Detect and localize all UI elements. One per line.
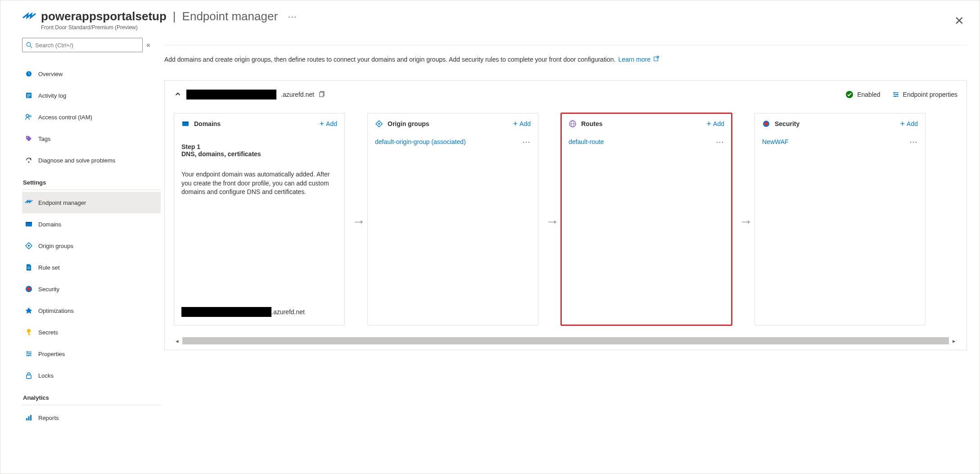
svg-point-40 (896, 94, 898, 95)
sidebar-item-overview[interactable]: Overview (22, 63, 161, 85)
endpoint-properties-button[interactable]: Endpoint properties (892, 91, 957, 98)
svg-point-6 (26, 114, 29, 117)
security-policy-link[interactable]: NewWAF (762, 138, 789, 145)
domains-icon (25, 220, 33, 228)
sidebar-item-domains[interactable]: Domains (22, 213, 161, 235)
card-title: Domains (194, 120, 221, 127)
search-field[interactable] (35, 42, 139, 49)
origin-group-link[interactable]: default-origin-group (associated) (375, 138, 466, 145)
scroll-left-button[interactable]: ◂ (174, 338, 181, 344)
sidebar-item-label: Optimizations (38, 307, 74, 314)
secrets-icon (25, 328, 33, 336)
svg-line-1 (30, 46, 32, 48)
sidebar-item-label: Domains (38, 221, 61, 228)
blade-root: powerappsportalsetup | Endpoint manager … (0, 0, 980, 474)
optimizations-icon (25, 307, 33, 315)
sidebar-item-label: Secrets (38, 329, 58, 336)
svg-point-26 (30, 353, 31, 355)
endpoint-suffix: .azurefd.net (281, 91, 314, 98)
svg-rect-34 (320, 92, 323, 97)
sidebar-item-tags[interactable]: Tags (22, 128, 161, 149)
learn-more-link[interactable]: Learn more (618, 56, 650, 63)
card-title: Security (775, 120, 799, 127)
svg-point-9 (28, 162, 30, 163)
sidebar-item-secrets[interactable]: Secrets (22, 321, 161, 343)
iam-icon (25, 113, 33, 121)
sidebar-item-rule-set[interactable]: Rule set (22, 257, 161, 278)
activity-log-icon (25, 91, 33, 99)
sidebar-item-label: Security (38, 286, 59, 293)
sidebar-item-activity-log[interactable]: Activity log (22, 85, 161, 106)
security-icon (25, 285, 33, 293)
svg-rect-3 (27, 94, 31, 95)
locks-icon (25, 371, 33, 379)
sidebar-item-iam[interactable]: Access control (IAM) (22, 106, 161, 128)
sidebar-item-label: Reports (38, 415, 59, 421)
copy-icon[interactable] (319, 90, 326, 99)
reports-icon (25, 414, 33, 422)
scrollbar-track[interactable] (182, 337, 949, 344)
endpoint-canvas: .azurefd.net Enabled Endpoint properties (164, 80, 967, 350)
add-route-button[interactable]: +Add (707, 120, 724, 128)
endpoint-header-row: .azurefd.net Enabled Endpoint properties (174, 90, 957, 99)
sidebar-item-security[interactable]: Security (22, 278, 161, 300)
sidebar-item-optimizations[interactable]: Optimizations (22, 300, 161, 321)
sidebar-item-properties[interactable]: Properties (22, 343, 161, 365)
svg-rect-15 (27, 267, 30, 267)
step-subtitle: DNS, domains, certificates (181, 150, 337, 158)
sidebar-item-label: Diagnose and solve problems (38, 157, 115, 164)
close-blade-button[interactable]: ✕ (954, 15, 964, 27)
svg-point-8 (27, 137, 28, 138)
divider (164, 45, 967, 45)
origin-group-row: default-origin-group (associated) ⋯ (368, 134, 538, 149)
security-card: Security +Add NewWAF ⋯ (754, 113, 926, 325)
domain-suffix: .azurefd.net (271, 308, 305, 316)
header: powerappsportalsetup | Endpoint manager … (0, 0, 980, 35)
arrow-icon: → (546, 214, 559, 229)
security-icon (762, 120, 770, 128)
row-more-button[interactable]: ⋯ (909, 137, 918, 147)
rule-set-icon (25, 263, 33, 271)
svg-point-45 (378, 123, 380, 125)
sidebar-item-origin-groups[interactable]: Origin groups (22, 235, 161, 257)
route-link[interactable]: default-route (569, 138, 604, 145)
sidebar-item-label: Rule set (38, 264, 60, 271)
sidebar-item-endpoint-manager[interactable]: Endpoint manager (22, 192, 161, 213)
expand-toggle[interactable] (174, 90, 182, 99)
enabled-status: Enabled (845, 90, 880, 99)
search-icon (26, 42, 32, 48)
collapse-sidebar-button[interactable]: « (146, 41, 150, 49)
svg-rect-21 (28, 334, 30, 335)
route-row: default-route ⋯ (561, 134, 732, 149)
add-domain-button[interactable]: +Add (320, 120, 337, 128)
svg-rect-16 (27, 268, 30, 269)
svg-rect-4 (27, 95, 31, 96)
scroll-right-button[interactable]: ▸ (951, 338, 957, 344)
domain-footer: .azurefd.net (181, 307, 305, 317)
horizontal-scrollbar[interactable]: ◂ ▸ (174, 336, 957, 345)
routes-card: Routes +Add default-route ⋯ (561, 113, 732, 325)
overview-icon (25, 70, 33, 78)
svg-rect-31 (30, 415, 32, 420)
svg-point-19 (27, 329, 31, 333)
arrow-icon: → (739, 214, 753, 229)
svg-rect-28 (27, 375, 31, 379)
search-input[interactable] (22, 38, 143, 52)
properties-icon (25, 350, 33, 358)
row-more-button[interactable]: ⋯ (522, 137, 531, 147)
add-security-button[interactable]: +Add (900, 120, 918, 128)
sidebar-item-label: Locks (38, 372, 54, 379)
row-more-button[interactable]: ⋯ (716, 137, 724, 147)
sidebar-item-locks[interactable]: Locks (22, 365, 161, 386)
sidebar-item-diagnose[interactable]: Diagnose and solve problems (22, 149, 161, 171)
sidebar-menu: Overview Activity log Access control (IA… (22, 63, 161, 429)
title-separator: | (173, 9, 176, 23)
svg-point-39 (894, 92, 895, 94)
intro-text-row: Add domains and create origin groups, th… (164, 55, 967, 63)
sidebar-item-reports[interactable]: Reports (22, 407, 161, 429)
resource-type-label: Front Door Standard/Premium (Preview) (41, 24, 297, 31)
divider (22, 190, 161, 190)
add-origin-group-button[interactable]: +Add (513, 120, 531, 128)
endpoint-manager-icon (25, 199, 33, 207)
header-more-button[interactable]: ⋯ (288, 11, 297, 22)
